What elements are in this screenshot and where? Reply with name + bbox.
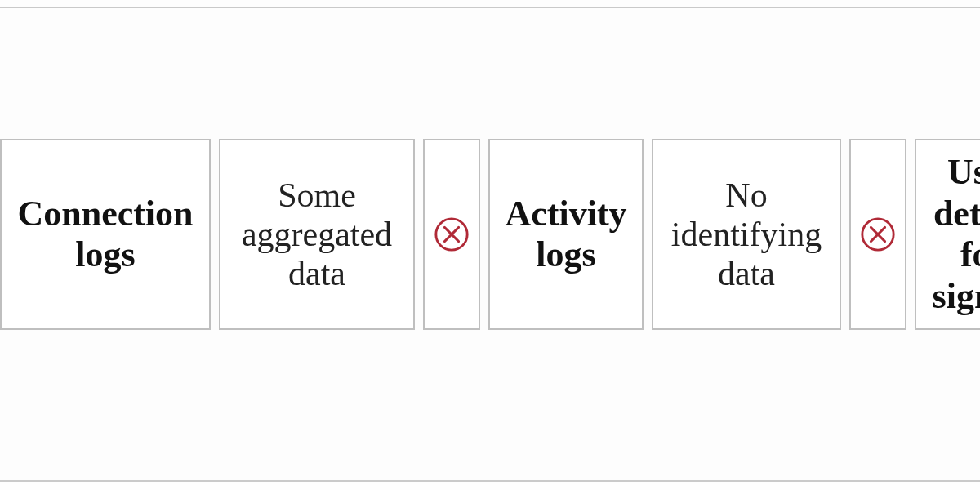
cell-status-2 bbox=[849, 139, 906, 330]
cell-user-details: User details for signup bbox=[915, 139, 980, 330]
table-row: Connection logs Some aggregated data Act… bbox=[0, 139, 980, 330]
cell-no-identifying: No identifying data bbox=[652, 139, 841, 330]
page: Connection logs Some aggregated data Act… bbox=[0, 0, 980, 490]
divider-bottom bbox=[0, 480, 980, 482]
cell-connection-logs: Connection logs bbox=[0, 139, 211, 330]
cell-some-aggregated: Some aggregated data bbox=[219, 139, 415, 330]
circle-x-icon bbox=[433, 216, 470, 253]
cell-label: Connection logs bbox=[8, 194, 203, 276]
cell-activity-logs: Activity logs bbox=[488, 139, 644, 330]
cell-status-1 bbox=[423, 139, 480, 330]
divider-top bbox=[0, 7, 980, 8]
cell-label: No identifying data bbox=[660, 176, 833, 294]
circle-x-icon bbox=[859, 216, 897, 253]
cell-label: Activity logs bbox=[497, 194, 635, 276]
cell-label: User details for signup bbox=[923, 152, 980, 317]
cell-label: Some aggregated data bbox=[227, 176, 407, 294]
